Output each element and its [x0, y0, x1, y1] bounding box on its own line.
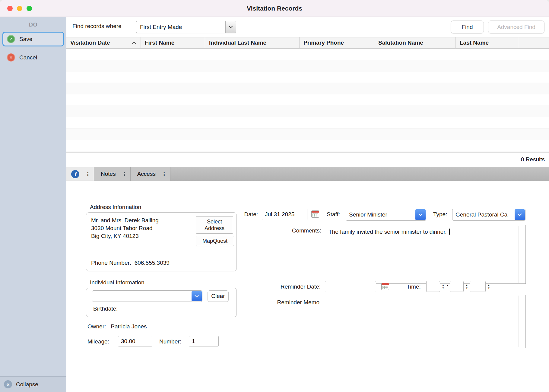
chevron-down-icon [415, 209, 426, 220]
table-row-empty [66, 60, 549, 71]
owner-line: Owner: Patricia Jones [87, 323, 147, 330]
tab-info[interactable]: i ⋮ [66, 167, 94, 181]
individual-information-label: Individual Information [90, 279, 144, 286]
results-table-body[interactable] [66, 49, 549, 151]
chevron-down-icon [192, 291, 202, 301]
number-input[interactable] [189, 336, 219, 346]
staff-label: Staff: [327, 211, 340, 218]
advanced-find-button[interactable]: Advanced Find [488, 21, 544, 33]
do-sidebar: DO ✓ Save ✕ Cancel « Collapse [0, 17, 66, 392]
collapse-sidebar-button[interactable]: « Collapse [0, 376, 66, 392]
phone-number-label: Phone Number: [91, 260, 131, 266]
table-row-empty [66, 117, 549, 129]
scrollbar-track [518, 296, 519, 347]
collapse-label: Collapse [16, 381, 38, 388]
reminder-memo-textarea[interactable] [325, 295, 526, 348]
phone-number-line: Phone Number: 606.555.3039 [91, 260, 170, 266]
stepper-up-down-icon[interactable]: ▲▼ [441, 284, 445, 289]
table-row-empty [66, 71, 549, 83]
time-colon: : [446, 283, 449, 290]
save-button[interactable]: ✓ Save [2, 32, 64, 46]
tab-drag-handle[interactable]: ⋮ [162, 171, 167, 177]
stepper-up-down-icon[interactable]: ▲▼ [465, 284, 469, 289]
column-header-salutation-name[interactable]: Salutation Name [374, 37, 456, 48]
cancel-button[interactable]: ✕ Cancel [2, 50, 64, 65]
staff-dropdown-value: Senior Minister [346, 211, 415, 218]
sort-ascending-icon [132, 42, 136, 44]
owner-label: Owner: [87, 323, 106, 330]
main-panel: Find records where First Entry Made Find… [66, 17, 549, 392]
window-controls [7, 0, 32, 17]
address-information-box: Mr. and Mrs. Derek Balling 3030 Mount Ta… [86, 212, 237, 271]
zoom-window-button[interactable] [27, 6, 32, 11]
date-label: Date: [236, 211, 258, 218]
comments-textarea[interactable]: The family invited the senior minister t… [325, 225, 526, 284]
visit-date-input[interactable] [262, 209, 307, 220]
tab-notes[interactable]: Notes ⋮ [94, 167, 131, 181]
mileage-input[interactable] [118, 336, 152, 346]
column-header-first-name[interactable]: First Name [141, 37, 205, 48]
reminder-memo-label: Reminder Memo [262, 299, 319, 306]
info-icon: i [71, 170, 79, 178]
visit-type-dropdown-value: General Pastoral Ca [452, 211, 514, 218]
comments-label: Comments: [281, 227, 321, 234]
results-table-header: Visitation Date First Name Individual La… [66, 37, 549, 49]
individual-dropdown[interactable] [92, 290, 202, 302]
chevron-down-icon [225, 21, 236, 33]
tab-access[interactable]: Access ⋮ [131, 167, 170, 181]
clear-individual-button[interactable]: Clear [208, 290, 229, 302]
mileage-label: Mileage: [87, 338, 109, 345]
column-header-visitation-date[interactable]: Visitation Date [66, 37, 141, 48]
tab-drag-handle[interactable]: ⋮ [85, 171, 90, 177]
time-hour-input[interactable] [426, 281, 440, 292]
collapse-chevrons-icon: « [4, 380, 12, 388]
table-row-empty [66, 94, 549, 106]
detail-tab-bar: i ⋮ Notes ⋮ Access ⋮ [66, 167, 549, 181]
visitation-records-window: Visitation Records DO ✓ Save ✕ Cancel « … [0, 0, 549, 392]
find-records-where-label: Find records where [72, 23, 122, 30]
table-row-empty [66, 49, 549, 60]
cancel-button-label: Cancel [19, 54, 37, 61]
title-bar: Visitation Records [0, 0, 549, 17]
calendar-icon[interactable] [381, 283, 389, 290]
visit-type-dropdown[interactable]: General Pastoral Ca [452, 209, 525, 221]
results-count: 0 Results [521, 156, 545, 163]
visitation-detail-form: Address Information Mr. and Mrs. Derek B… [66, 181, 549, 392]
select-address-button[interactable]: Select Address [196, 216, 233, 234]
individual-information-box: Clear Birthdate: [86, 288, 237, 317]
tab-drag-handle[interactable]: ⋮ [122, 171, 127, 177]
tab-access-label: Access [137, 171, 156, 177]
minimize-window-button[interactable] [17, 6, 22, 11]
table-row-empty [66, 140, 549, 151]
window-title: Visitation Records [0, 5, 549, 12]
owner-value: Patricia Jones [111, 323, 147, 330]
time-label: Time: [407, 283, 421, 290]
save-button-label: Save [19, 36, 32, 43]
calendar-icon[interactable] [311, 210, 319, 218]
table-row-empty [66, 106, 549, 117]
stepper-up-down-icon[interactable]: ▲▼ [487, 284, 491, 289]
close-window-button[interactable] [7, 6, 13, 11]
phone-number-value: 606.555.3039 [135, 260, 170, 266]
time-ampm-input[interactable] [470, 281, 486, 292]
find-field-dropdown-value: First Entry Made [136, 24, 225, 30]
column-header-primary-phone[interactable]: Primary Phone [300, 37, 374, 48]
column-header-filler [518, 37, 549, 48]
column-header-last-name[interactable]: Last Name [456, 37, 518, 48]
number-label: Number: [159, 338, 181, 345]
table-row-empty [66, 83, 549, 94]
find-bar: Find records where First Entry Made Find… [66, 17, 549, 37]
comments-text: The family invited the senior minister t… [328, 229, 448, 235]
tab-bar-spacer [170, 167, 549, 181]
staff-dropdown[interactable]: Senior Minister [346, 209, 426, 221]
find-button[interactable]: Find [451, 21, 484, 33]
time-minute-input[interactable] [450, 281, 464, 292]
reminder-date-label: Reminder Date: [266, 283, 321, 290]
x-circle-icon: ✕ [7, 53, 15, 62]
find-field-dropdown[interactable]: First Entry Made [136, 21, 236, 33]
reminder-date-input[interactable] [325, 281, 376, 292]
mapquest-button[interactable]: MapQuest [196, 236, 234, 246]
column-header-individual-last-name[interactable]: Individual Last Name [205, 37, 300, 48]
reminder-time-group: ▲▼ : ▲▼ ▲▼ [426, 281, 491, 292]
table-row-empty [66, 129, 549, 140]
